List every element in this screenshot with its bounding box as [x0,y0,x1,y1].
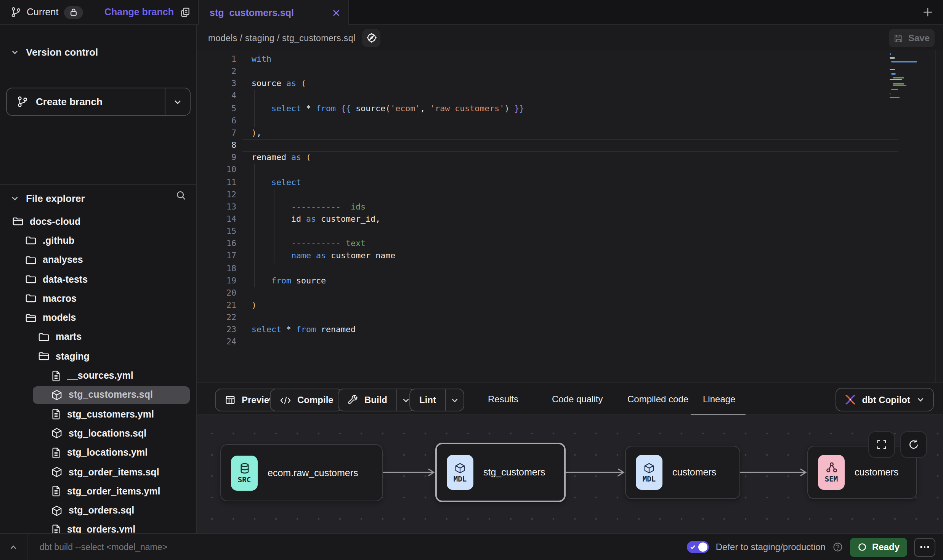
git-branch-icon [11,7,21,18]
dbt-copilot-icon [844,394,856,405]
code-line-18[interactable]: 18 [197,262,943,275]
code-line-17[interactable]: 17 name as customer_name [197,250,943,262]
change-branch-link[interactable]: Change branch [104,7,174,18]
tree-item-stg-customers-yml[interactable]: stg_customers.yml [0,405,196,424]
code-line-19[interactable]: 19 from source [197,275,943,287]
code-line-11[interactable]: 11 select [197,176,943,189]
file-explorer-header[interactable]: File explorer [0,190,196,206]
tree-item-label: stg_order_items.sql [69,467,159,477]
command-input[interactable]: dbt build --select <model_name> [27,542,167,552]
tree-item-docs-cloud[interactable]: docs-cloud [0,212,196,231]
lineage-node-stg-customers[interactable]: MDLstg_customers [435,443,566,502]
refresh-icon [908,439,919,450]
tree-item-label: stg_locations.yml [67,447,148,458]
code-line-22[interactable]: 22 [197,312,943,324]
tree-item-stg-locations-yml[interactable]: stg_locations.yml [0,443,196,462]
src-badge: SRC [231,455,258,490]
lineage-edge-arrow [566,467,625,478]
tree-item-stg-order-items-sql[interactable]: stg_order_items.sql [0,462,196,482]
editor-tabbar: stg_customers.sql [197,0,943,25]
status-circle-icon [858,542,867,552]
code-editor[interactable]: 1with23source as (45 select * from {{ so… [197,50,943,382]
code-line-24[interactable]: 24 [197,336,943,349]
table-icon [225,395,236,405]
tab-stg-customers-sql[interactable]: stg_customers.sql [198,0,349,25]
tree-item-marts[interactable]: marts [0,328,196,347]
code-line-20[interactable]: 20 [197,287,943,299]
tree-item-analyses[interactable]: analyses [0,250,196,270]
create-branch-button[interactable]: Create branch [6,88,191,116]
copilot-compass-button[interactable] [362,29,380,47]
code-line-8[interactable]: 8 [197,139,943,152]
code-line-23[interactable]: 23select * from renamed [197,324,943,336]
code-line-4[interactable]: 4 [197,90,943,102]
tree-item-models[interactable]: models [0,308,196,328]
dbt-copilot-button[interactable]: dbt Copilot [835,388,934,411]
refresh-button[interactable] [900,431,927,458]
code-line-9[interactable]: 9renamed as ( [197,152,943,164]
code-line-7[interactable]: 7), [197,127,943,139]
code-line-14[interactable]: 14 id as customer_id, [197,213,943,226]
chevron-down-icon [402,396,410,404]
editor-scrollbar[interactable] [935,50,936,382]
lint-dropdown[interactable] [445,389,463,411]
compile-button[interactable]: Compile [270,389,343,411]
copy-icon[interactable] [180,7,191,18]
tree-item-stg-locations-sql[interactable]: stg_locations.sql [0,424,196,443]
tree-item--github[interactable]: .github [0,231,196,251]
lineage-node-ecom-raw-customers[interactable]: SRCecom.raw_customers [220,444,383,501]
new-tab-plus-icon[interactable] [922,6,934,18]
defer-toggle[interactable] [687,541,709,553]
tab-results[interactable]: Results [488,383,518,415]
folder-icon [25,235,37,246]
tab-close-icon[interactable] [332,8,341,17]
check-icon [690,544,696,550]
dbt-cloud-ide: Current Change branch stg_customers.sql [0,0,943,560]
tree-item-label: analyses [43,254,83,265]
code-line-21[interactable]: 21) [197,299,943,312]
tree-item-stg-order-items-yml[interactable]: stg_order_items.yml [0,482,196,501]
tree-item-label: docs-cloud [30,216,80,227]
lineage-panel[interactable]: SRCecom.raw_customersMDLstg_customersMDL… [197,415,943,533]
tree-item-stg-orders-sql[interactable]: stg_orders.sql [0,501,196,520]
lineage-edge-arrow [383,467,435,478]
code-line-12[interactable]: 12 [197,189,943,201]
branch-lock-badge [64,6,83,19]
code-line-15[interactable]: 15 [197,226,943,238]
mdl-badge: MDL [636,455,662,490]
help-icon[interactable] [832,542,843,552]
code-line-5[interactable]: 5 select * from {{ source('ecom', 'raw_c… [197,102,943,115]
code-line-16[interactable]: 16 ---------- text [197,238,943,250]
tab-code-quality[interactable]: Code quality [552,383,603,415]
command-bar-collapse[interactable] [0,534,27,560]
code-line-1[interactable]: 1with [197,53,943,66]
fullscreen-button[interactable] [868,431,895,458]
code-line-10[interactable]: 10 [197,164,943,176]
tree-item-staging[interactable]: staging [0,347,196,366]
save-button[interactable]: Save [889,29,935,47]
code-line-13[interactable]: 13 ---------- ids [197,201,943,213]
tree-item-data-tests[interactable]: data-tests [0,270,196,289]
create-branch-dropdown[interactable] [165,88,190,115]
lineage-node-label: ecom.raw_customers [268,467,358,478]
tree-item-macros[interactable]: macros [0,289,196,308]
build-button[interactable]: Build [338,389,415,411]
tree-item-stg-orders-yml[interactable]: stg_orders.yml [0,520,196,533]
code-line-6[interactable]: 6 [197,115,943,127]
lineage-edge-arrow [740,467,807,478]
tree-item-stg-customers-sql[interactable]: stg_customers.sql [0,385,196,405]
lint-button[interactable]: Lint [409,389,464,411]
version-control-header[interactable]: Version control [0,43,196,60]
tab-lineage[interactable]: Lineage [703,383,735,415]
fullscreen-icon [876,439,887,450]
ide-status-ready[interactable]: Ready [850,538,907,557]
file-search-icon[interactable] [175,190,187,201]
current-branch[interactable]: Current [0,6,83,19]
lineage-node-customers[interactable]: MDLcustomers [625,446,740,499]
graph-icon [825,462,837,474]
more-options-button[interactable] [914,538,935,557]
code-line-3[interactable]: 3source as ( [197,78,943,90]
tab-compiled-code[interactable]: Compiled code [627,383,688,415]
code-line-2[interactable]: 2 [197,66,943,78]
tree-item--sources-yml[interactable]: __sources.yml [0,366,196,386]
